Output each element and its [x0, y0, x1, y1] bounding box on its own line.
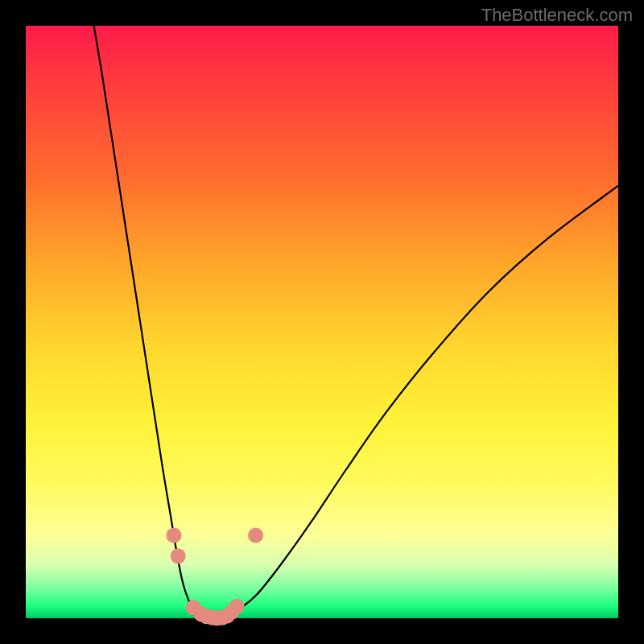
curve-right-curve [227, 186, 618, 618]
watermark-text: TheBottleneck.com [481, 5, 633, 26]
marker-dot [248, 527, 263, 543]
chart-svg [26, 26, 618, 618]
marker-dot [166, 527, 181, 543]
curve-left-curve [94, 26, 207, 618]
marker-dot [171, 548, 186, 564]
marker-dot [229, 599, 244, 614]
